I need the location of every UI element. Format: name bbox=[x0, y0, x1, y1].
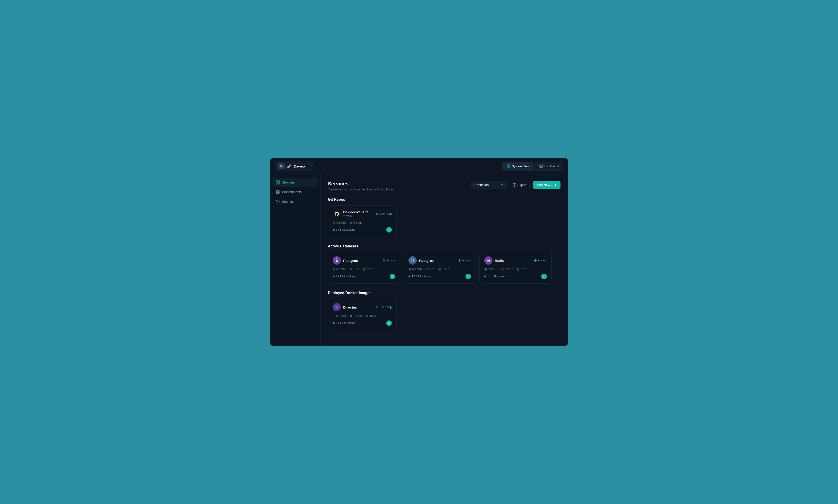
svg-rect-4 bbox=[540, 165, 542, 167]
directus-card[interactable]: Directus Open App bbox=[328, 299, 396, 330]
log-insight-label: Log Insight bbox=[544, 165, 559, 168]
alloc-dot bbox=[333, 322, 335, 324]
svg-rect-49 bbox=[517, 269, 519, 270]
svg-rect-7 bbox=[276, 183, 278, 184]
postgres-card-1[interactable]: Postgres Access bbox=[328, 252, 400, 284]
access-link-1[interactable]: Access bbox=[382, 259, 395, 262]
page-subtitle: Create and manage your services on Cloud… bbox=[328, 188, 395, 191]
app-window: P 🚀 Daweo ⇅ System View L bbox=[270, 158, 568, 346]
cpu-icon bbox=[333, 315, 335, 318]
card-footer: 1 / 1 Allocations ✓ bbox=[408, 274, 471, 279]
environments-label: Environments bbox=[282, 190, 302, 194]
postgres-avatar-2 bbox=[408, 256, 417, 265]
card-footer: 1 / 1 Allocations ✓ bbox=[333, 274, 395, 279]
card-name-group: Directus bbox=[343, 305, 357, 309]
allocation-text: 1 / 1 Allocations bbox=[412, 275, 431, 278]
directus-name: Directus bbox=[343, 305, 357, 309]
svg-rect-39 bbox=[439, 269, 441, 270]
svg-rect-2 bbox=[507, 166, 508, 168]
svg-point-10 bbox=[277, 201, 279, 202]
memory-spec: 0.5 GB bbox=[350, 221, 362, 224]
environments-icon bbox=[276, 190, 280, 194]
deployed-docker-title: Deployed Docker images bbox=[328, 291, 560, 295]
svg-rect-0 bbox=[507, 165, 508, 166]
card-specs: 0.6 GHz 1 GB bbox=[333, 268, 395, 271]
memory-icon bbox=[350, 315, 352, 318]
alloc-dot bbox=[484, 275, 486, 277]
git-repos-cards: Daweo-Website ⑂ main bbox=[328, 205, 560, 237]
card-header: Postgres Access bbox=[408, 256, 471, 265]
db-name: Postgres bbox=[343, 259, 358, 263]
sidebar-item-settings[interactable]: Settings bbox=[272, 197, 318, 206]
storage-spec: 10GB bbox=[439, 268, 449, 271]
redis-card[interactable]: Redis Access bbox=[479, 252, 552, 284]
cpu-icon bbox=[333, 221, 335, 224]
card-footer: 1 / 1 Allocations ✓ bbox=[333, 321, 392, 326]
storage-icon bbox=[365, 315, 368, 318]
memory-icon bbox=[501, 268, 504, 271]
storage-icon bbox=[439, 268, 441, 271]
card-title-row: Redis bbox=[484, 256, 504, 265]
alloc-dot bbox=[408, 275, 410, 277]
access-link-redis[interactable]: Access bbox=[534, 259, 547, 262]
cpu-icon bbox=[484, 268, 487, 271]
sidebar-item-environments[interactable]: Environments bbox=[272, 188, 318, 196]
system-view-button[interactable]: System View bbox=[503, 162, 533, 170]
svg-point-20 bbox=[384, 260, 385, 261]
environment-selector[interactable]: Production ▼ bbox=[470, 181, 507, 189]
add-new-button[interactable]: Add New... ▼ bbox=[533, 181, 560, 189]
card-name-group: Postgres bbox=[343, 259, 358, 263]
cpu-spec: 0.6 GHz bbox=[333, 268, 346, 271]
access-icon bbox=[382, 259, 385, 262]
settings-icon bbox=[276, 200, 280, 204]
svg-point-18 bbox=[336, 259, 338, 261]
svg-rect-34 bbox=[409, 269, 410, 270]
svg-point-42 bbox=[535, 260, 536, 261]
directus-avatar bbox=[333, 303, 341, 311]
page-header: Services Create and manage your services… bbox=[328, 181, 560, 191]
card-specs: 0.6 GHz 1 GB bbox=[408, 268, 471, 271]
deployed-docker-section: Deployed Docker images bbox=[328, 291, 560, 330]
header: P 🚀 Daweo ⇅ System View L bbox=[270, 158, 568, 175]
allocation-text: 1 / 1 Allocations bbox=[336, 228, 355, 231]
svg-rect-13 bbox=[334, 222, 335, 223]
active-databases-section: Active Databases bbox=[328, 244, 560, 284]
allocation-badge: 1 / 1 Allocations bbox=[333, 275, 355, 278]
allocation-badge: 1 / 1 Allocations bbox=[333, 228, 355, 231]
postgres-card-2[interactable]: Postgres Access bbox=[404, 252, 476, 284]
project-selector[interactable]: P 🚀 Daweo ⇅ bbox=[275, 161, 313, 172]
docker-cards: Directus Open App bbox=[328, 299, 560, 330]
svg-rect-8 bbox=[278, 183, 280, 184]
svg-rect-1 bbox=[509, 165, 510, 166]
storage-spec: 30GB bbox=[365, 314, 376, 318]
project-letter: P bbox=[278, 163, 285, 169]
daweo-website-card[interactable]: Daweo-Website ⑂ main bbox=[328, 205, 396, 237]
card-title-row: Postgres bbox=[333, 256, 358, 265]
card-header: Directus Open App bbox=[333, 303, 392, 311]
page-title: Services bbox=[328, 181, 395, 187]
open-app-directus-link[interactable]: Open App bbox=[376, 306, 392, 309]
sidebar: Services Environments Settings bbox=[270, 175, 321, 346]
open-app-link[interactable]: Open App bbox=[376, 212, 392, 215]
chevron-up-down-icon: ⇅ bbox=[307, 165, 309, 168]
status-check: ✓ bbox=[465, 274, 471, 279]
log-insight-button[interactable]: Log Insight bbox=[535, 162, 563, 170]
export-button[interactable]: Export bbox=[509, 181, 531, 189]
active-databases-title: Active Databases bbox=[328, 244, 560, 248]
svg-rect-22 bbox=[334, 269, 335, 270]
git-repos-section: Git Repos Daw bbox=[328, 198, 560, 237]
access-link-2[interactable]: Access bbox=[458, 259, 471, 262]
header-divider bbox=[534, 164, 534, 168]
svg-rect-5 bbox=[276, 181, 278, 182]
log-icon bbox=[539, 164, 543, 168]
memory-icon bbox=[425, 268, 428, 271]
sidebar-item-services[interactable]: Services bbox=[272, 178, 318, 187]
allocation-badge: 1 / 1 Allocations bbox=[484, 275, 507, 278]
card-title-row: Daweo-Website ⑂ main bbox=[333, 210, 369, 218]
memory-icon bbox=[350, 268, 352, 271]
cpu-icon bbox=[333, 268, 335, 271]
memory-spec: 1 GB bbox=[350, 268, 359, 271]
settings-label: Settings bbox=[282, 200, 294, 203]
git-repos-title: Git Repos bbox=[328, 198, 560, 202]
alloc-dot bbox=[333, 229, 335, 231]
